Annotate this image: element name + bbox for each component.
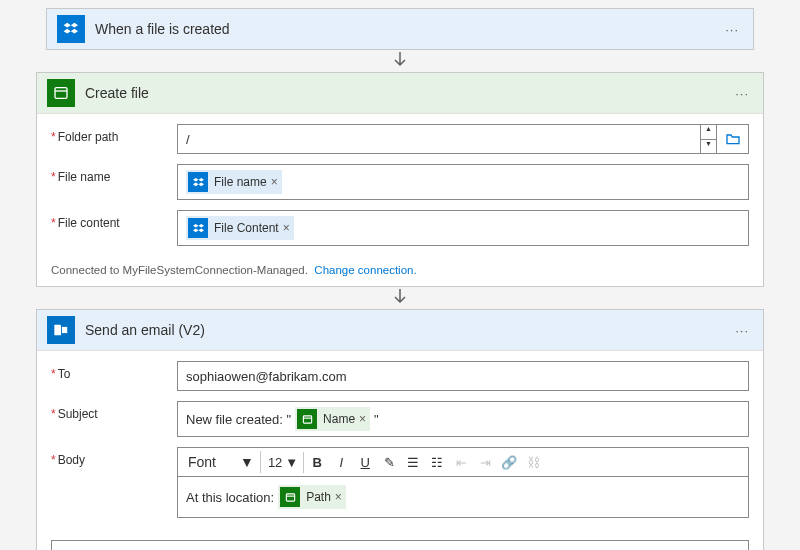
- folder-path-label: Folder path: [51, 124, 177, 144]
- remove-token-icon[interactable]: ×: [283, 221, 290, 235]
- folder-path-input[interactable]: /: [177, 124, 701, 154]
- arrow-connector: [36, 287, 764, 309]
- create-file-card: Create file ··· Folder path / ▲▼ File na…: [36, 72, 764, 287]
- create-file-menu-icon[interactable]: ···: [731, 86, 753, 101]
- outdent-button[interactable]: ⇤: [450, 450, 472, 474]
- file-name-input[interactable]: File name×: [177, 164, 749, 200]
- remove-token-icon[interactable]: ×: [335, 490, 342, 504]
- outlook-icon: [47, 316, 75, 344]
- send-email-menu-icon[interactable]: ···: [731, 323, 753, 338]
- remove-token-icon[interactable]: ×: [359, 412, 366, 426]
- file-content-label: File content: [51, 210, 177, 230]
- trigger-card: When a file is created ···: [46, 8, 754, 50]
- subject-label: Subject: [51, 401, 177, 421]
- dropbox-icon: [188, 172, 208, 192]
- send-email-card: Send an email (V2) ··· To sophiaowen@fab…: [36, 309, 764, 550]
- number-list-button[interactable]: ☷: [426, 450, 448, 474]
- to-input[interactable]: sophiaowen@fabrikam.com: [177, 361, 749, 391]
- body-label: Body: [51, 447, 177, 467]
- subject-input[interactable]: New file created: " Name× ": [177, 401, 749, 437]
- file-content-token[interactable]: File Content×: [186, 216, 294, 240]
- file-name-token[interactable]: File name×: [186, 170, 282, 194]
- bullet-list-button[interactable]: ☰: [402, 450, 424, 474]
- underline-button[interactable]: U: [354, 450, 376, 474]
- svg-rect-1: [54, 325, 61, 336]
- svg-rect-0: [55, 88, 67, 99]
- svg-rect-3: [303, 415, 311, 422]
- to-label: To: [51, 361, 177, 381]
- create-file-header[interactable]: Create file ···: [37, 73, 763, 113]
- path-token[interactable]: Path×: [278, 485, 346, 509]
- highlight-button[interactable]: ✎: [378, 450, 400, 474]
- create-file-title: Create file: [85, 85, 731, 101]
- arrow-connector: [36, 50, 764, 72]
- change-connection-link[interactable]: Change connection.: [314, 264, 416, 276]
- rich-text-toolbar: Font▼ 12▼ B I U ✎ ☰ ☷ ⇤ ⇥ 🔗 ⛓: [177, 447, 749, 477]
- create-file-footer: Connected to MyFileSystemConnection-Mana…: [37, 260, 763, 286]
- trigger-title: When a file is created: [95, 21, 721, 37]
- file-name-label: File name: [51, 164, 177, 184]
- filesystem-icon: [280, 487, 300, 507]
- remove-token-icon[interactable]: ×: [271, 175, 278, 189]
- trigger-menu-icon[interactable]: ···: [721, 22, 743, 37]
- file-content-input[interactable]: File Content×: [177, 210, 749, 246]
- italic-button[interactable]: I: [330, 450, 352, 474]
- trigger-header[interactable]: When a file is created ···: [47, 9, 753, 49]
- unlink-button[interactable]: ⛓: [522, 450, 544, 474]
- folder-browse-button[interactable]: [717, 124, 749, 154]
- dropbox-icon: [188, 218, 208, 238]
- bold-button[interactable]: B: [306, 450, 328, 474]
- folder-path-stepper[interactable]: ▲▼: [701, 124, 717, 154]
- filesystem-icon: [47, 79, 75, 107]
- dropbox-icon: [57, 15, 85, 43]
- send-email-header[interactable]: Send an email (V2) ···: [37, 310, 763, 350]
- font-select[interactable]: Font▼: [182, 451, 261, 473]
- filesystem-icon: [297, 409, 317, 429]
- font-size-select[interactable]: 12▼: [263, 452, 304, 473]
- indent-button[interactable]: ⇥: [474, 450, 496, 474]
- name-token[interactable]: Name×: [295, 407, 370, 431]
- link-button[interactable]: 🔗: [498, 450, 520, 474]
- add-parameter-select[interactable]: Add new parameter ⌄: [51, 540, 749, 550]
- svg-rect-2: [62, 327, 68, 334]
- body-input[interactable]: At this location: Path×: [177, 477, 749, 518]
- svg-rect-4: [286, 493, 294, 500]
- send-email-title: Send an email (V2): [85, 322, 731, 338]
